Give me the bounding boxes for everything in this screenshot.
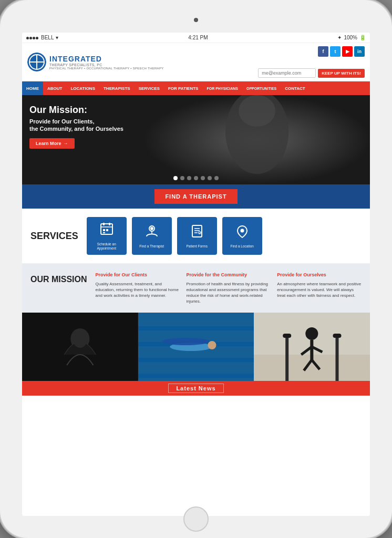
services-label: SERVICES: [30, 231, 78, 242]
svg-rect-9: [109, 223, 110, 225]
forms-label: Patient Forms: [184, 244, 209, 249]
photo-run: [254, 313, 370, 381]
svg-point-22: [240, 229, 244, 232]
service-card-therapist[interactable]: Find a Therapist: [132, 217, 172, 255]
linkedin-icon[interactable]: in: [354, 46, 365, 57]
mission-ourselves-text: An atmosphere where teamwork and positiv…: [277, 281, 362, 299]
latest-news-text[interactable]: Latest News: [168, 384, 223, 393]
svg-point-33: [208, 341, 216, 349]
header-controls: KEEP UP WITH ITS!: [258, 68, 365, 78]
hero-content: Our Mission: Provide for Our Clients,the…: [29, 105, 123, 149]
find-therapist-button[interactable]: FIND A ThERAPIST: [154, 189, 237, 204]
nav-item-therapists[interactable]: THERAPISTS: [99, 81, 135, 95]
nav-item-for-physicians[interactable]: FOR PHYSICIANS: [202, 81, 242, 95]
mission-columns: Provide for Our Clients Quality Assessme…: [96, 272, 362, 304]
schedule-label: Schedule an Appointment: [87, 242, 127, 251]
hero-dot-7[interactable]: [214, 176, 219, 180]
tablet-device: BELL ▾ 4:21 PM ✦ 100% 🔋: [0, 0, 392, 538]
facebook-icon[interactable]: f: [318, 46, 328, 57]
schedule-icon: [99, 222, 114, 240]
status-bar: BELL ▾ 4:21 PM ✦ 100% 🔋: [22, 33, 370, 43]
hero-title: Our Mission:: [29, 105, 123, 116]
mission-ourselves-title: Provide for Ourselves: [277, 272, 362, 278]
service-card-forms[interactable]: Patient Forms: [177, 217, 217, 255]
hero-dot-4[interactable]: [194, 176, 198, 180]
signal-dots: [26, 35, 39, 40]
twitter-icon[interactable]: t: [330, 46, 341, 57]
hero-dot-2[interactable]: [180, 176, 184, 180]
hero-dots: [173, 176, 219, 180]
photos-strip: [22, 313, 370, 381]
find-therapist-bar: FIND A ThERAPIST: [22, 184, 370, 209]
logo-icon: [27, 53, 46, 71]
svg-rect-43: [286, 336, 289, 381]
logo-text: INTEGRATED THERAPY SPECIALISTS, PC PHYSI…: [49, 55, 164, 70]
mission-label: OUR MISSION: [30, 272, 87, 284]
mission-col-ourselves: Provide for Ourselves An atmosphere wher…: [277, 272, 362, 304]
svg-point-6: [239, 95, 275, 127]
svg-point-0: [28, 54, 45, 70]
svg-point-15: [150, 227, 153, 230]
logo-name: INTEGRATED: [49, 55, 164, 63]
site-header: INTEGRATED THERAPY SPECIALISTS, PC PHYSI…: [22, 43, 370, 81]
location-label: Find a Location: [229, 244, 255, 249]
hero-dot-1[interactable]: [173, 176, 178, 180]
forms-icon: [190, 224, 204, 242]
photo-swim: [138, 313, 254, 381]
mission-community-title: Provide for the Community: [186, 272, 271, 278]
photo-yoga: [22, 313, 138, 381]
service-card-schedule[interactable]: Schedule an Appointment: [87, 217, 127, 255]
time-display: 4:21 PM: [188, 35, 208, 40]
svg-point-1: [29, 55, 44, 69]
carrier-label: BELL: [41, 35, 54, 40]
hero-dot-5[interactable]: [201, 176, 205, 180]
status-right: ✦ 100% 🔋: [337, 35, 366, 40]
svg-point-25: [74, 335, 86, 348]
tablet-screen: BELL ▾ 4:21 PM ✦ 100% 🔋: [22, 33, 370, 516]
email-input[interactable]: [258, 68, 316, 78]
svg-point-34: [162, 338, 209, 345]
youtube-icon[interactable]: ▶: [342, 46, 353, 57]
social-icons: f t ▶ in: [318, 46, 365, 57]
learn-more-button[interactable]: Learn More →: [29, 138, 75, 149]
svg-rect-17: [192, 225, 202, 237]
nav-bar: HOME ABOUT LOCATIONS THERAPISTS SERVICES…: [22, 81, 370, 95]
svg-rect-13: [103, 232, 105, 233]
svg-point-37: [306, 327, 318, 340]
hero-dot-6[interactable]: [208, 176, 212, 180]
mission-col-clients: Provide for Our Clients Quality Assessme…: [96, 272, 180, 304]
logo-sub2: PHYSICAL THERAPY • OCCUPATIONAL THERAPY …: [49, 67, 164, 70]
hero-subtitle: Provide for Our Clients,the Community, a…: [29, 118, 123, 133]
logo-area: INTEGRATED THERAPY SPECIALISTS, PC PHYSI…: [27, 53, 164, 71]
keep-up-button[interactable]: KEEP UP WITH ITS!: [318, 69, 365, 78]
service-card-location[interactable]: Find a Location: [222, 217, 262, 255]
svg-rect-11: [103, 229, 105, 231]
therapist-label: Find a Therapist: [138, 244, 166, 249]
nav-item-opportunities[interactable]: OPPORTUNITIES: [242, 81, 281, 95]
nav-item-locations[interactable]: LOCATIONS: [66, 81, 99, 95]
svg-rect-46: [333, 334, 342, 338]
nav-item-home[interactable]: HOME: [22, 81, 43, 95]
battery-icon: 🔋: [359, 35, 366, 40]
latest-news-bar: Latest News: [22, 381, 370, 396]
location-icon: [235, 224, 250, 242]
mission-section: OUR MISSION Provide for Our Clients Qual…: [22, 264, 370, 313]
nav-item-services[interactable]: SERVICES: [135, 81, 164, 95]
home-button[interactable]: [183, 506, 209, 532]
mission-community-text: Promotion of health and fitness by provi…: [186, 281, 271, 305]
services-section: SERVICES Sch: [22, 209, 370, 264]
bluetooth-icon: ✦: [337, 35, 342, 40]
svg-rect-44: [336, 336, 339, 381]
camera: [194, 18, 198, 22]
logo-sub1: THERAPY SPECIALISTS, PC: [49, 63, 164, 67]
nav-item-for-patients[interactable]: FOR PATIENTS: [164, 81, 202, 95]
battery-label: 100%: [344, 35, 357, 40]
svg-rect-8: [103, 223, 105, 225]
mission-clients-title: Provide for Our Clients: [96, 272, 180, 278]
nav-item-contact[interactable]: CONTACT: [281, 81, 310, 95]
services-icons: Schedule an Appointment Find a Therapist: [87, 217, 262, 255]
nav-item-about[interactable]: ABOUT: [43, 81, 66, 95]
svg-rect-12: [106, 229, 108, 231]
hero-section: Our Mission: Provide for Our Clients,the…: [22, 95, 370, 184]
hero-dot-3[interactable]: [187, 176, 191, 180]
